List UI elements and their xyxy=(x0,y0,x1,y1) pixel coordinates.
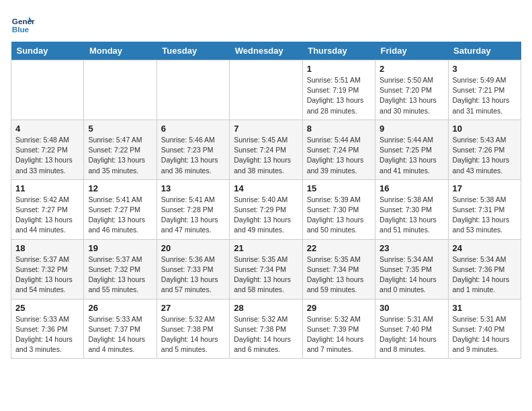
day-number: 13 xyxy=(161,183,225,193)
day-cell: 5Sunrise: 5:47 AM Sunset: 7:22 PM Daylig… xyxy=(84,120,157,179)
day-cell: 25Sunrise: 5:33 AM Sunset: 7:36 PM Dayli… xyxy=(11,299,84,359)
day-number: 28 xyxy=(234,303,298,313)
day-info: Sunrise: 5:38 AM Sunset: 7:31 PM Dayligh… xyxy=(453,195,517,236)
day-info: Sunrise: 5:35 AM Sunset: 7:34 PM Dayligh… xyxy=(234,255,298,295)
day-number: 21 xyxy=(234,243,298,253)
day-cell: 23Sunrise: 5:34 AM Sunset: 7:35 PM Dayli… xyxy=(375,239,448,299)
day-number: 17 xyxy=(453,183,517,193)
day-cell: 4Sunrise: 5:48 AM Sunset: 7:22 PM Daylig… xyxy=(11,120,84,179)
day-info: Sunrise: 5:33 AM Sunset: 7:37 PM Dayligh… xyxy=(88,314,152,355)
day-cell: 30Sunrise: 5:31 AM Sunset: 7:40 PM Dayli… xyxy=(375,299,448,359)
calendar-table: SundayMondayTuesdayWednesdayThursdayFrid… xyxy=(11,42,521,359)
day-cell: 1Sunrise: 5:51 AM Sunset: 7:19 PM Daylig… xyxy=(302,60,375,120)
day-number: 19 xyxy=(88,243,152,253)
day-number: 18 xyxy=(15,243,79,253)
day-info: Sunrise: 5:49 AM Sunset: 7:21 PM Dayligh… xyxy=(453,75,517,116)
day-cell: 27Sunrise: 5:32 AM Sunset: 7:38 PM Dayli… xyxy=(157,299,229,359)
day-number: 11 xyxy=(15,183,79,193)
day-cell: 22Sunrise: 5:35 AM Sunset: 7:34 PM Dayli… xyxy=(302,239,375,299)
day-cell: 17Sunrise: 5:38 AM Sunset: 7:31 PM Dayli… xyxy=(448,179,521,239)
week-row: 25Sunrise: 5:33 AM Sunset: 7:36 PM Dayli… xyxy=(11,299,521,359)
day-cell: 3Sunrise: 5:49 AM Sunset: 7:21 PM Daylig… xyxy=(448,60,521,120)
day-info: Sunrise: 5:41 AM Sunset: 7:27 PM Dayligh… xyxy=(88,195,152,236)
week-row: 11Sunrise: 5:42 AM Sunset: 7:27 PM Dayli… xyxy=(11,179,521,239)
day-number: 5 xyxy=(88,124,152,134)
day-number: 1 xyxy=(307,64,371,74)
day-cell: 9Sunrise: 5:44 AM Sunset: 7:25 PM Daylig… xyxy=(375,120,448,179)
weekday-header: Thursday xyxy=(302,42,375,60)
day-cell: 11Sunrise: 5:42 AM Sunset: 7:27 PM Dayli… xyxy=(11,179,84,239)
day-number: 20 xyxy=(161,243,225,253)
day-number: 29 xyxy=(307,303,371,313)
day-info: Sunrise: 5:36 AM Sunset: 7:33 PM Dayligh… xyxy=(161,255,225,295)
day-cell: 16Sunrise: 5:38 AM Sunset: 7:30 PM Dayli… xyxy=(375,179,448,239)
page-header: General Blue xyxy=(11,11,521,35)
day-info: Sunrise: 5:34 AM Sunset: 7:36 PM Dayligh… xyxy=(453,255,517,295)
day-number: 22 xyxy=(307,243,371,253)
day-info: Sunrise: 5:48 AM Sunset: 7:22 PM Dayligh… xyxy=(15,135,79,176)
day-info: Sunrise: 5:46 AM Sunset: 7:23 PM Dayligh… xyxy=(161,135,225,176)
day-number: 2 xyxy=(380,64,443,74)
day-info: Sunrise: 5:39 AM Sunset: 7:30 PM Dayligh… xyxy=(307,195,371,236)
logo: General Blue xyxy=(11,11,35,35)
day-cell xyxy=(84,60,157,120)
day-cell xyxy=(11,60,84,120)
day-number: 25 xyxy=(15,303,79,313)
day-info: Sunrise: 5:43 AM Sunset: 7:26 PM Dayligh… xyxy=(453,135,517,176)
day-cell: 15Sunrise: 5:39 AM Sunset: 7:30 PM Dayli… xyxy=(302,179,375,239)
day-cell: 14Sunrise: 5:40 AM Sunset: 7:29 PM Dayli… xyxy=(230,179,302,239)
day-info: Sunrise: 5:47 AM Sunset: 7:22 PM Dayligh… xyxy=(88,135,152,176)
day-cell: 12Sunrise: 5:41 AM Sunset: 7:27 PM Dayli… xyxy=(84,179,157,239)
day-cell: 29Sunrise: 5:32 AM Sunset: 7:39 PM Dayli… xyxy=(302,299,375,359)
logo-icon: General Blue xyxy=(11,11,35,35)
day-info: Sunrise: 5:31 AM Sunset: 7:40 PM Dayligh… xyxy=(453,314,517,355)
day-cell: 13Sunrise: 5:41 AM Sunset: 7:28 PM Dayli… xyxy=(157,179,229,239)
week-row: 18Sunrise: 5:37 AM Sunset: 7:32 PM Dayli… xyxy=(11,239,521,299)
day-info: Sunrise: 5:44 AM Sunset: 7:24 PM Dayligh… xyxy=(307,135,371,176)
day-cell: 20Sunrise: 5:36 AM Sunset: 7:33 PM Dayli… xyxy=(157,239,229,299)
day-number: 12 xyxy=(88,183,152,193)
day-number: 6 xyxy=(161,124,225,134)
day-number: 24 xyxy=(453,243,517,253)
day-info: Sunrise: 5:37 AM Sunset: 7:32 PM Dayligh… xyxy=(15,255,79,295)
day-cell: 6Sunrise: 5:46 AM Sunset: 7:23 PM Daylig… xyxy=(157,120,229,179)
weekday-header: Friday xyxy=(375,42,448,60)
day-cell: 8Sunrise: 5:44 AM Sunset: 7:24 PM Daylig… xyxy=(302,120,375,179)
day-cell: 26Sunrise: 5:33 AM Sunset: 7:37 PM Dayli… xyxy=(84,299,157,359)
day-info: Sunrise: 5:34 AM Sunset: 7:35 PM Dayligh… xyxy=(380,255,443,295)
weekday-header: Saturday xyxy=(448,42,521,60)
day-cell: 18Sunrise: 5:37 AM Sunset: 7:32 PM Dayli… xyxy=(11,239,84,299)
day-info: Sunrise: 5:32 AM Sunset: 7:39 PM Dayligh… xyxy=(307,314,371,355)
day-info: Sunrise: 5:35 AM Sunset: 7:34 PM Dayligh… xyxy=(307,255,371,295)
day-info: Sunrise: 5:32 AM Sunset: 7:38 PM Dayligh… xyxy=(234,314,298,355)
day-info: Sunrise: 5:40 AM Sunset: 7:29 PM Dayligh… xyxy=(234,195,298,236)
day-cell: 31Sunrise: 5:31 AM Sunset: 7:40 PM Dayli… xyxy=(448,299,521,359)
weekday-header: Sunday xyxy=(11,42,84,60)
day-number: 9 xyxy=(380,124,443,134)
day-cell: 10Sunrise: 5:43 AM Sunset: 7:26 PM Dayli… xyxy=(448,120,521,179)
day-cell: 7Sunrise: 5:45 AM Sunset: 7:24 PM Daylig… xyxy=(230,120,302,179)
svg-text:Blue: Blue xyxy=(12,25,30,34)
day-number: 23 xyxy=(380,243,443,253)
day-number: 30 xyxy=(380,303,443,313)
day-info: Sunrise: 5:38 AM Sunset: 7:30 PM Dayligh… xyxy=(380,195,443,236)
day-info: Sunrise: 5:51 AM Sunset: 7:19 PM Dayligh… xyxy=(307,75,371,116)
day-cell: 28Sunrise: 5:32 AM Sunset: 7:38 PM Dayli… xyxy=(230,299,302,359)
weekday-header: Wednesday xyxy=(230,42,302,60)
day-number: 15 xyxy=(307,183,371,193)
day-info: Sunrise: 5:33 AM Sunset: 7:36 PM Dayligh… xyxy=(15,314,79,355)
day-info: Sunrise: 5:31 AM Sunset: 7:40 PM Dayligh… xyxy=(380,314,443,355)
day-cell: 21Sunrise: 5:35 AM Sunset: 7:34 PM Dayli… xyxy=(230,239,302,299)
day-number: 14 xyxy=(234,183,298,193)
day-cell: 24Sunrise: 5:34 AM Sunset: 7:36 PM Dayli… xyxy=(448,239,521,299)
day-number: 26 xyxy=(88,303,152,313)
day-number: 7 xyxy=(234,124,298,134)
day-cell xyxy=(230,60,302,120)
day-number: 8 xyxy=(307,124,371,134)
day-number: 4 xyxy=(15,124,79,134)
day-number: 31 xyxy=(453,303,517,313)
header-row: SundayMondayTuesdayWednesdayThursdayFrid… xyxy=(11,42,521,60)
day-info: Sunrise: 5:41 AM Sunset: 7:28 PM Dayligh… xyxy=(161,195,225,236)
week-row: 1Sunrise: 5:51 AM Sunset: 7:19 PM Daylig… xyxy=(11,60,521,120)
day-cell: 19Sunrise: 5:37 AM Sunset: 7:32 PM Dayli… xyxy=(84,239,157,299)
